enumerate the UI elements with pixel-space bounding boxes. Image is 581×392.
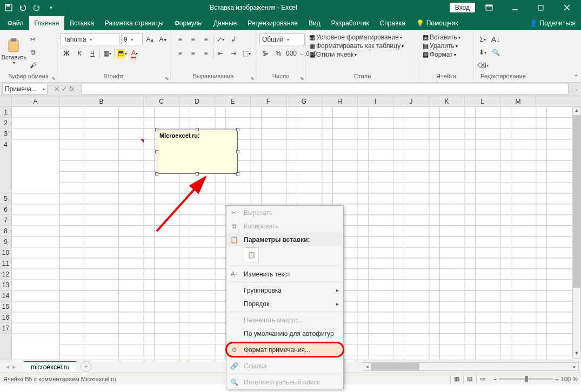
row-header[interactable]: 16: [0, 312, 11, 323]
align-left-button[interactable]: ≡: [174, 48, 186, 59]
redo-button[interactable]: [30, 1, 43, 14]
scroll-right-arrow[interactable]: ▸: [571, 364, 578, 369]
col-header[interactable]: H: [322, 96, 358, 106]
col-header[interactable]: B: [59, 96, 144, 106]
row-header[interactable]: 13: [0, 280, 11, 290]
menu-assign-macro[interactable]: Назначить макрос...: [226, 313, 343, 327]
font-size-combo[interactable]: 9▾: [121, 33, 143, 45]
resize-handle[interactable]: [155, 128, 158, 131]
col-header[interactable]: J: [393, 96, 429, 106]
row-header[interactable]: 3: [0, 129, 11, 139]
horizontal-scrollbar[interactable]: ◂ ▸: [363, 362, 579, 371]
comment-box[interactable]: Microexcel.ru:: [157, 130, 238, 174]
scroll-up-arrow[interactable]: ▲: [573, 107, 580, 115]
currency-button[interactable]: $▾: [259, 48, 271, 59]
col-header[interactable]: A: [12, 96, 59, 106]
name-box[interactable]: Примеча...▾: [2, 84, 48, 94]
tab-insert[interactable]: Вставка: [64, 16, 99, 30]
tab-view[interactable]: Вид: [303, 16, 326, 30]
tab-review[interactable]: Рецензирование: [242, 16, 303, 30]
menu-smart-lookup[interactable]: 🔍Интеллектуальный поиск: [226, 375, 343, 389]
number-format-combo[interactable]: Общий▾: [259, 33, 305, 45]
sheet-tab[interactable]: microexcel.ru: [24, 361, 76, 372]
zoom-level[interactable]: 100 %: [561, 376, 578, 382]
increase-indent-button[interactable]: ⇥: [228, 48, 239, 59]
maximize-button[interactable]: [529, 0, 553, 15]
tab-home[interactable]: Главная: [29, 16, 65, 30]
page-layout-view-button[interactable]: ▤: [463, 374, 476, 384]
fx-icon[interactable]: fx: [69, 85, 74, 93]
italic-button[interactable]: К: [74, 48, 85, 59]
format-painter-button[interactable]: 🖌: [27, 59, 39, 71]
resize-handle[interactable]: [236, 128, 239, 131]
bold-button[interactable]: Ж: [61, 48, 72, 59]
col-header[interactable]: L: [465, 96, 500, 106]
resize-handle[interactable]: [236, 172, 239, 175]
delete-cells-button[interactable]: ▦Удалить▾: [423, 42, 458, 50]
minimize-button[interactable]: [503, 0, 527, 15]
decrease-indent-button[interactable]: ⇤: [215, 48, 226, 59]
resize-handle[interactable]: [155, 150, 158, 153]
col-header[interactable]: C: [144, 96, 179, 106]
resize-handle[interactable]: [236, 150, 239, 153]
row-header[interactable]: 2: [0, 118, 11, 129]
wrap-text-button[interactable]: ↲: [228, 33, 239, 45]
qat-customize[interactable]: ▾: [44, 1, 57, 14]
orientation-button[interactable]: ⤢▾: [215, 33, 226, 45]
formula-bar-expand[interactable]: ⌄: [572, 86, 579, 92]
menu-order[interactable]: Порядок▸: [226, 297, 343, 310]
align-right-button[interactable]: ≡: [200, 48, 212, 59]
sort-filter-button[interactable]: A↓: [490, 33, 502, 45]
row-header[interactable]: 12: [0, 269, 11, 280]
fill-button[interactable]: ⬇▾: [477, 46, 489, 58]
tab-pagelayout[interactable]: Разметка страницы: [99, 16, 169, 30]
add-sheet-button[interactable]: ＋: [81, 361, 91, 372]
row-header[interactable]: 7: [0, 215, 11, 226]
col-header[interactable]: G: [286, 96, 322, 106]
formula-bar[interactable]: [82, 84, 569, 94]
conditional-formatting-button[interactable]: ▦Условное форматирование▾: [309, 33, 402, 41]
cell-styles-button[interactable]: ▦Стили ячеек▾: [309, 51, 357, 58]
row-header[interactable]: 9: [0, 236, 11, 247]
menu-group[interactable]: Группировка▸: [226, 283, 343, 297]
vertical-scrollbar[interactable]: ▲ ▼: [572, 107, 581, 359]
clipboard-launcher-icon[interactable]: ⬊: [51, 76, 56, 81]
tab-tellme[interactable]: 💡Помощник: [411, 16, 464, 30]
menu-copy[interactable]: ⧉Копировать: [226, 219, 343, 233]
accept-formula-icon[interactable]: ✓: [62, 85, 67, 93]
borders-button[interactable]: ▦▾: [101, 48, 113, 59]
page-break-view-button[interactable]: ▭: [476, 374, 489, 384]
collapse-ribbon-button[interactable]: ⌃: [573, 73, 579, 81]
col-header[interactable]: E: [215, 96, 251, 106]
scroll-left-arrow[interactable]: ◂: [363, 364, 371, 369]
font-launcher-icon[interactable]: ⬊: [165, 76, 169, 81]
undo-button[interactable]: [16, 1, 29, 14]
row-header[interactable]: 4: [0, 139, 11, 193]
format-cells-button[interactable]: ▦Формат▾: [423, 51, 456, 58]
row-header[interactable]: 6: [0, 204, 11, 215]
cut-button[interactable]: ✂: [27, 33, 39, 45]
col-header[interactable]: M: [500, 96, 536, 106]
menu-default-autoshape[interactable]: По умолчанию для автофигур: [226, 327, 343, 340]
col-header[interactable]: D: [179, 96, 215, 106]
normal-view-button[interactable]: ▦: [450, 374, 463, 384]
align-middle-button[interactable]: ≡: [187, 33, 199, 45]
col-header[interactable]: K: [429, 96, 465, 106]
alignment-launcher-icon[interactable]: ⬊: [250, 76, 255, 81]
tab-formulas[interactable]: Формулы: [169, 16, 208, 30]
row-header[interactable]: 10: [0, 247, 11, 258]
ribbon-display-options[interactable]: [477, 0, 501, 15]
close-button[interactable]: [555, 0, 579, 15]
menu-link[interactable]: 🔗Ссылка: [226, 359, 343, 373]
tab-file[interactable]: Файл: [2, 16, 29, 30]
clear-button[interactable]: ⌫▾: [477, 59, 489, 71]
sheet-nav[interactable]: ◂▸: [0, 363, 22, 370]
underline-button[interactable]: Ч: [86, 48, 98, 59]
zoom-in-button[interactable]: +: [555, 376, 558, 382]
row-header[interactable]: 14: [0, 290, 11, 301]
menu-format-comment[interactable]: ⚙Формат примечания...: [226, 343, 343, 356]
menu-edit-text[interactable]: A▫Изменить текст: [226, 267, 343, 281]
tab-data[interactable]: Данные: [208, 16, 242, 30]
align-top-button[interactable]: ≡: [174, 33, 186, 45]
row-header[interactable]: 17: [0, 323, 11, 334]
